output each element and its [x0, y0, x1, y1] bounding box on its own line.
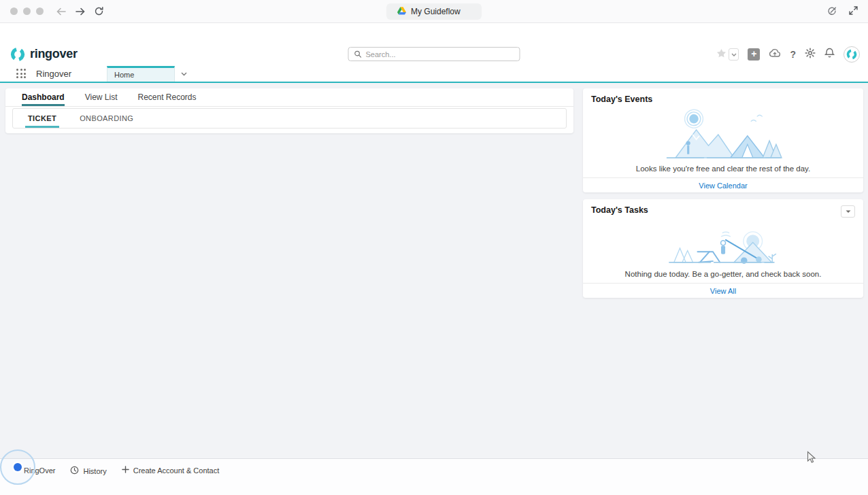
favorites-star-icon[interactable] — [716, 48, 727, 62]
dashboard-tabs: Dashboard View List Recent Records — [5, 88, 573, 107]
subtab-ticket-label: TICKET — [28, 114, 56, 122]
search-input[interactable] — [366, 50, 514, 58]
favorites-dropdown-icon[interactable] — [729, 48, 739, 61]
tab-dashboard[interactable]: Dashboard — [22, 88, 65, 106]
share-link-icon[interactable] — [827, 5, 837, 18]
tasks-empty-text: Nothing due today. Be a go-getter, and c… — [583, 270, 863, 283]
app-launcher-icon[interactable] — [16, 69, 27, 79]
events-empty-illustration — [662, 105, 784, 164]
subtab-onboarding-label: ONBOARDING — [80, 114, 133, 122]
utility-create-account-contact[interactable]: Create Account & Contact — [114, 464, 227, 476]
fullscreen-icon[interactable] — [848, 5, 858, 18]
window-close-dot[interactable] — [10, 7, 18, 15]
dashboard-subtabs: TICKET ONBOARDING — [12, 108, 567, 129]
global-actions-icon[interactable]: + — [748, 48, 760, 61]
tasks-card-title: Today's Tasks — [591, 205, 648, 215]
events-card-title: Today's Events — [591, 95, 652, 104]
tab-dashboard-label: Dashboard — [22, 92, 65, 102]
subtab-onboarding[interactable]: ONBOARDING — [80, 109, 133, 128]
window-zoom-dot[interactable] — [36, 7, 44, 15]
setup-gear-icon[interactable] — [805, 48, 816, 61]
nav-tab-dropdown-icon[interactable] — [175, 66, 193, 82]
window-minimize-dot[interactable] — [23, 7, 31, 15]
browser-chrome: My Guideflow — [0, 0, 868, 23]
app-header: ringover + ? — [0, 42, 868, 66]
ringover-logo-text: ringover — [30, 47, 78, 61]
utility-ringover-label: RingOver — [24, 466, 55, 475]
subtab-ticket[interactable]: TICKET — [28, 109, 56, 128]
history-clock-icon — [70, 466, 79, 476]
ringover-logo-icon — [10, 47, 25, 62]
utility-history[interactable]: History — [63, 464, 114, 477]
view-calendar-link[interactable]: View Calendar — [699, 182, 747, 190]
app-nav-bar: Ringover Home — [0, 66, 868, 83]
nav-tab-home-label: Home — [114, 71, 134, 79]
drive-icon — [397, 7, 406, 17]
browser-reload-icon[interactable] — [94, 6, 104, 16]
todays-events-card: Today's Events Looks like yo — [583, 88, 863, 192]
global-search[interactable] — [348, 47, 520, 61]
browser-tab-title: My Guideflow — [411, 7, 461, 16]
user-avatar[interactable] — [844, 46, 860, 63]
utility-create-label: Create Account & Contact — [133, 466, 220, 475]
notifications-bell-icon[interactable] — [824, 48, 835, 61]
help-icon[interactable]: ? — [790, 49, 796, 60]
browser-forward-icon[interactable] — [75, 7, 86, 16]
dashboard-card: Dashboard View List Recent Records TICKE… — [5, 88, 573, 133]
browser-tab[interactable]: My Guideflow — [386, 3, 482, 20]
tasks-card-menu-icon[interactable] — [841, 205, 855, 218]
browser-back-icon[interactable] — [56, 7, 67, 16]
tab-recent-records-label: Recent Records — [138, 92, 197, 102]
tasks-empty-illustration — [664, 222, 783, 266]
plus-icon — [122, 466, 129, 475]
window-controls[interactable] — [10, 7, 44, 15]
nav-tab-home[interactable]: Home — [107, 66, 175, 82]
view-all-link[interactable]: View All — [710, 287, 736, 295]
phone-icon — [12, 466, 20, 475]
guidance-center-icon[interactable] — [769, 48, 781, 61]
page-content: Dashboard View List Recent Records TICKE… — [0, 83, 868, 458]
utility-history-label: History — [83, 467, 106, 475]
tab-recent-records[interactable]: Recent Records — [138, 88, 197, 106]
tab-view-list-label: View List — [85, 92, 118, 102]
utility-ringover[interactable]: RingOver — [4, 464, 63, 477]
app-name: Ringover — [36, 69, 71, 79]
page-top-spacer — [0, 23, 868, 42]
search-icon — [354, 48, 362, 61]
tab-view-list[interactable]: View List — [85, 88, 118, 106]
events-empty-text: Looks like you're free and clear the res… — [583, 165, 863, 177]
todays-tasks-card: Today's Tasks — [583, 199, 863, 298]
avatar-ringover-icon — [846, 49, 857, 60]
utility-bar: RingOver History Create Account & Contac… — [0, 458, 868, 495]
ringover-logo: ringover — [10, 47, 78, 62]
